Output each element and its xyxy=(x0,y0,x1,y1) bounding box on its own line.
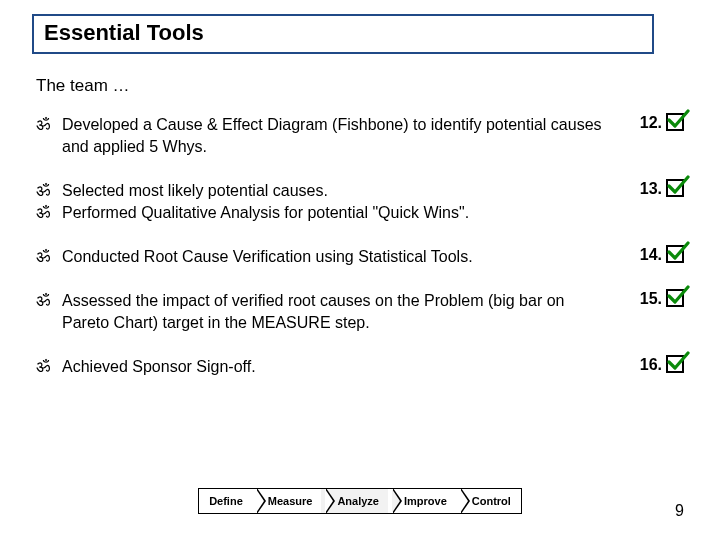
item-number: 13. xyxy=(640,178,662,200)
dmaic-footer: Define Measure Analyze Improve Control xyxy=(0,488,720,514)
checkbox-checked-icon xyxy=(666,289,684,307)
item-text-line: Selected most likely potential causes. xyxy=(62,180,604,202)
num-cell: 15. xyxy=(618,288,684,310)
bullet-icon: ॐ xyxy=(36,114,62,136)
item-text-line: Performed Qualitative Analysis for poten… xyxy=(62,202,604,224)
num-cell: 13. xyxy=(618,178,684,200)
item-number: 12. xyxy=(640,112,662,134)
item-text: Selected most likely potential causes. P… xyxy=(62,178,618,224)
bullet-col: ॐ ॐ xyxy=(36,178,62,224)
title-box: Essential Tools xyxy=(32,14,654,54)
list-item: ॐ Developed a Cause & Effect Diagram (Fi… xyxy=(36,112,684,158)
intro-text: The team … xyxy=(36,76,130,96)
dmaic-phases: Define Measure Analyze Improve Control xyxy=(198,488,522,514)
item-text: Conducted Root Cause Verification using … xyxy=(62,244,618,268)
item-number: 15. xyxy=(640,288,662,310)
bullet-icon: ॐ xyxy=(36,180,62,202)
checkbox-checked-icon xyxy=(666,179,684,197)
bullet-col: ॐ xyxy=(36,244,62,268)
checkbox-checked-icon xyxy=(666,245,684,263)
num-cell: 16. xyxy=(618,354,684,376)
checkbox-checked-icon xyxy=(666,113,684,131)
bullet-col: ॐ xyxy=(36,288,62,312)
item-number: 14. xyxy=(640,244,662,266)
page-title: Essential Tools xyxy=(44,20,642,46)
list-item: ॐ ॐ Selected most likely potential cause… xyxy=(36,178,684,224)
item-text: Achieved Sponsor Sign-off. xyxy=(62,354,618,378)
list-item: ॐ Achieved Sponsor Sign-off. 16. xyxy=(36,354,684,378)
list-item: ॐ Assessed the impact of verified root c… xyxy=(36,288,684,334)
item-text: Developed a Cause & Effect Diagram (Fish… xyxy=(62,112,618,158)
bullet-icon: ॐ xyxy=(36,246,62,268)
bullet-icon: ॐ xyxy=(36,202,62,224)
content-list: ॐ Developed a Cause & Effect Diagram (Fi… xyxy=(36,112,684,378)
bullet-icon: ॐ xyxy=(36,290,62,312)
list-item: ॐ Conducted Root Cause Verification usin… xyxy=(36,244,684,268)
phase-define: Define xyxy=(198,488,259,514)
item-number: 16. xyxy=(640,354,662,376)
num-cell: 14. xyxy=(618,244,684,266)
bullet-col: ॐ xyxy=(36,112,62,136)
page-number: 9 xyxy=(675,502,684,520)
checkbox-checked-icon xyxy=(666,355,684,373)
item-text: Assessed the impact of verified root cau… xyxy=(62,288,618,334)
num-cell: 12. xyxy=(618,112,684,134)
bullet-icon: ॐ xyxy=(36,356,62,378)
bullet-col: ॐ xyxy=(36,354,62,378)
